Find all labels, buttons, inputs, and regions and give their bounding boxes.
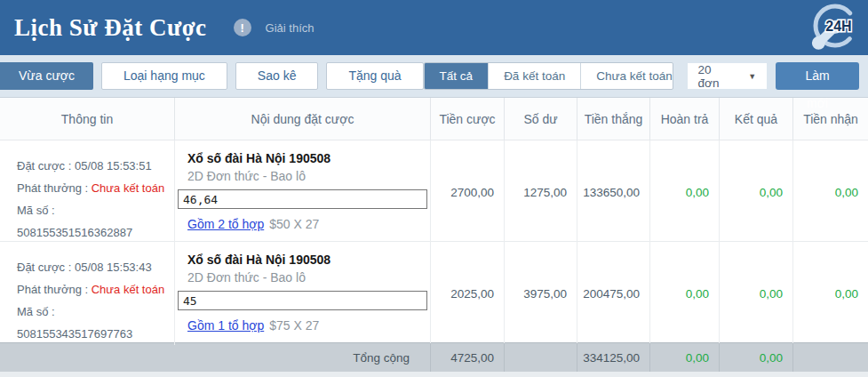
bet-info-cell: Đặt cược : 05/08 15:53:51 Phát thưởng : … (0, 140, 175, 244)
bet-numbers-input[interactable] (178, 291, 427, 310)
hotline-24h-label: 24H (825, 19, 851, 34)
explain-button[interactable]: ! Giải thích (234, 19, 315, 36)
explain-label-text: Giải thích (266, 21, 315, 35)
chevron-down-icon: ▼ (748, 72, 756, 81)
combo-link[interactable]: Gồm 2 tổ hợp (187, 217, 264, 231)
total-tien-thang: 334125,00 (577, 343, 650, 372)
table-header-row: Thông tin Nội dung đặt cược Tiền cược Số… (0, 98, 868, 140)
bet-time-line: Đặt cược : 05/08 15:53:43 (17, 256, 167, 278)
combo-line: Gồm 2 tổ hợp$50 X 27 (175, 217, 430, 231)
page-size-dropdown[interactable]: 20 đơn ▼ (688, 63, 768, 89)
bet-code-line: Mã số : 508155343517697763 (17, 301, 167, 345)
tien-cuoc-value: 2025,00 (431, 242, 505, 345)
combo-line: Gồm 1 tổ hợp$75 X 27 (175, 318, 430, 333)
hotline-24h-icon[interactable]: 24H (809, 2, 861, 53)
bet-content-cell: Xổ số đài Hà Nội 190508 2D Đơn thức - Ba… (175, 140, 431, 244)
game-title: Xổ số đài Hà Nội 190508 (175, 253, 430, 267)
game-type: 2D Đơn thức - Bao lô (175, 169, 430, 183)
game-title: Xổ số đài Hà Nội 190508 (175, 151, 430, 165)
tab-vua-cuoc[interactable]: Vừa cược (0, 62, 93, 90)
filter-group: Tất cả Đã kết toán Chưa kết toán 20 đơn … (424, 62, 859, 90)
page-header: Lịch Sử Đặt Cược ! Giải thích 24H (0, 0, 868, 55)
bet-history-page: Lịch Sử Đặt Cược ! Giải thích 24H Vừa cư… (0, 0, 868, 377)
filter-all[interactable]: Tất cả (425, 63, 489, 89)
ket-qua-value: 0,00 (720, 242, 793, 345)
toolbar: Vừa cược Loại hạng mục Sao kê Tặng quà T… (0, 55, 868, 98)
total-so-du (505, 343, 577, 372)
bet-code-line: Mã số : 508155351516362887 (17, 199, 167, 244)
bet-info-cell: Đặt cược : 05/08 15:53:43 Phát thưởng : … (0, 242, 175, 345)
tab-tang-qua[interactable]: Tặng quà (326, 62, 423, 90)
refresh-button[interactable]: Làm mới (776, 62, 859, 90)
filter-settled[interactable]: Đã kết toán (488, 63, 580, 89)
totals-row: Tổng cộng 4725,00 334125,00 0,00 0,00 (0, 342, 868, 372)
page-size-value: 20 đơn (698, 63, 733, 90)
status-badge: Chưa kết toán (92, 181, 164, 195)
tien-thang-value: 200475,00 (577, 242, 650, 345)
tien-cuoc-value: 2700,00 (431, 140, 505, 244)
tien-thang-value: 133650,00 (577, 140, 650, 244)
tab-loai-hang-muc[interactable]: Loại hạng mục (101, 62, 227, 90)
bet-content-cell: Xổ số đài Hà Nội 190508 2D Đơn thức - Ba… (175, 242, 431, 345)
payout-status-line: Phát thưởng : Chưa kết toán (17, 278, 167, 301)
bet-time-line: Đặt cược : 05/08 15:53:51 (17, 155, 167, 177)
tien-nhan-value: 0,00 (793, 242, 868, 345)
combo-link[interactable]: Gồm 1 tổ hợp (187, 318, 264, 333)
filter-unsettled[interactable]: Chưa kết toán (580, 63, 673, 89)
hoan-tra-value: 0,00 (650, 140, 720, 244)
total-tien-cuoc: 4725,00 (431, 343, 505, 372)
table-row: Đặt cược : 05/08 15:53:51 Phát thưởng : … (0, 140, 868, 242)
col-tien-thang: Tiền thắng (577, 98, 650, 140)
table-row: Đặt cược : 05/08 15:53:43 Phát thưởng : … (0, 242, 868, 342)
so-du-value: 1275,00 (505, 140, 577, 244)
col-hoan-tra: Hoàn trả (650, 98, 720, 140)
totals-label: Tổng cộng (0, 343, 431, 372)
status-badge: Chưa kết toán (92, 283, 164, 296)
bet-numbers-input[interactable] (178, 189, 427, 209)
tien-nhan-value: 0,00 (793, 140, 868, 244)
combo-detail: $50 X 27 (269, 217, 319, 231)
ket-qua-value: 0,00 (720, 140, 793, 244)
col-ket-qua: Kết quả (720, 98, 793, 140)
col-tien-nhan: Tiền nhận (793, 98, 868, 140)
info-icon: ! (234, 19, 251, 36)
col-noi-dung: Nội dung đặt cược (175, 98, 431, 140)
combo-detail: $75 X 27 (269, 318, 319, 333)
total-hoan-tra: 0,00 (650, 343, 720, 372)
tab-sao-ke[interactable]: Sao kê (235, 62, 319, 90)
hoan-tra-value: 0,00 (650, 242, 720, 345)
payout-status-line: Phát thưởng : Chưa kết toán (17, 177, 167, 199)
status-filter: Tất cả Đã kết toán Chưa kết toán (424, 62, 673, 90)
game-type: 2D Đơn thức - Bao lô (175, 270, 430, 285)
so-du-value: 3975,00 (505, 242, 577, 345)
col-thong-tin: Thông tin (0, 98, 175, 140)
col-tien-cuoc: Tiền cược (431, 98, 505, 140)
col-so-du: Số dư (505, 98, 577, 140)
page-title: Lịch Sử Đặt Cược (14, 14, 207, 42)
total-ket-qua: 0,00 (720, 343, 793, 372)
main-tabs: Vừa cược Loại hạng mục Sao kê Tặng quà (0, 62, 424, 90)
bottom-strip (0, 372, 868, 377)
total-tien-nhan (793, 343, 868, 372)
